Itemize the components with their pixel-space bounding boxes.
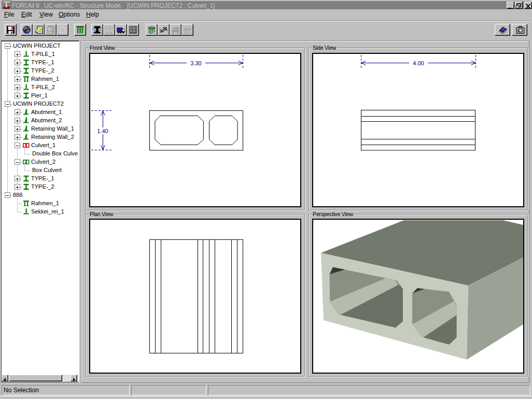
svg-text:3.30: 3.30 <box>190 60 201 66</box>
svg-text:R: R <box>501 27 505 32</box>
svg-text:1.40: 1.40 <box>97 128 108 134</box>
svg-text:4.00: 4.00 <box>413 60 424 66</box>
